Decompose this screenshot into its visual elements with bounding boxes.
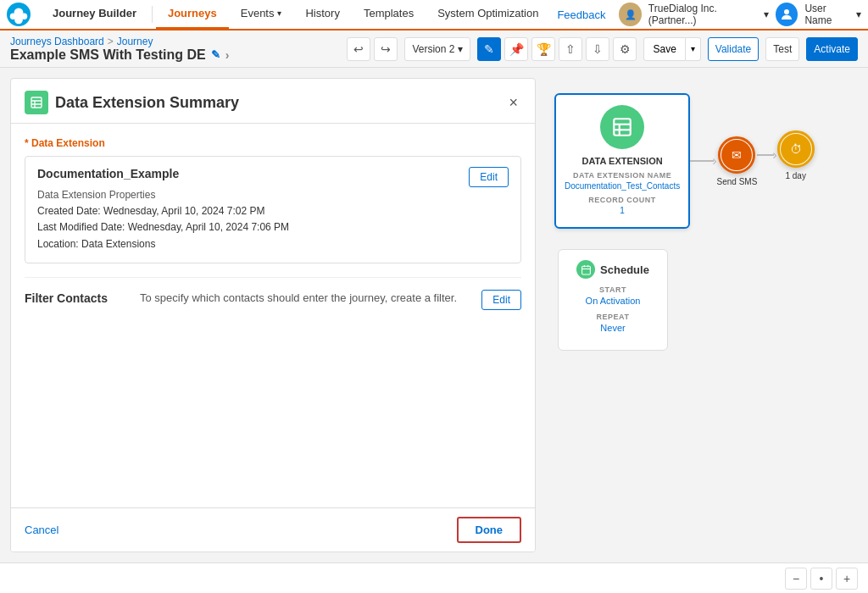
filter-description: To specify which contacts should enter t… (140, 290, 468, 307)
schedule-title: Schedule (576, 260, 649, 279)
edit-title-icon[interactable]: ✎ (211, 48, 220, 61)
breadcrumb: Journeys Dashboard > Journey (10, 36, 222, 47)
de-edit-button[interactable]: Edit (469, 167, 509, 187)
svg-rect-10 (614, 119, 631, 136)
de-name: Documentation_Example (37, 167, 289, 180)
schedule-start-value: On Activation (586, 296, 641, 306)
de-section-label: Data Extension (25, 137, 521, 149)
save-dropdown: Save ▾ (643, 37, 700, 61)
nav-right-section: Feedback 👤 TrueDialog Inc. (Partner...) … (550, 3, 861, 26)
panel-header: Data Extension Summary × (11, 79, 535, 124)
wait-label: 1 day (785, 171, 805, 180)
top-navigation: Journey Builder Journeys Events ▾ Histor… (0, 0, 868, 30)
save-dropdown-toggle[interactable]: ▾ (686, 37, 701, 61)
send-sms-label: Send SMS (717, 177, 758, 186)
svg-rect-6 (31, 97, 42, 108)
pin-button[interactable]: 📌 (504, 37, 528, 61)
schedule-section: Schedule START On Activation REPEAT Neve… (558, 249, 815, 351)
wait-node-group: ⏱ 1 day (777, 130, 815, 180)
validate-button[interactable]: Validate (708, 37, 759, 61)
user-avatar[interactable] (776, 3, 798, 26)
panel-title: Data Extension Summary (25, 91, 239, 114)
breadcrumb-separator: > (108, 36, 114, 47)
chevron-down-icon: ▾ (856, 8, 861, 20)
zoom-fit-button[interactable]: • (810, 568, 832, 590)
feedback-avatar: 👤 (619, 3, 641, 26)
save-button[interactable]: Save (643, 37, 685, 61)
send-sms-node[interactable]: ✉ (718, 136, 755, 174)
journey-toolbar: Journeys Dashboard > Journey Example SMS… (0, 30, 868, 68)
panel-close-button[interactable]: × (505, 94, 521, 112)
journey-canvas: DATA EXTENSION DATA EXTENSION NAME Docum… (546, 68, 868, 563)
de-node-meta-label2: RECORD COUNT (588, 196, 656, 204)
chevron-right-icon: › (225, 48, 230, 62)
data-extension-node[interactable]: DATA EXTENSION DATA EXTENSION NAME Docum… (554, 93, 690, 229)
svg-point-4 (14, 16, 23, 25)
filter-edit-button[interactable]: Edit (481, 290, 521, 310)
data-extension-panel: Data Extension Summary × Data Extension … (10, 78, 536, 552)
user-menu[interactable]: User Name ▾ (804, 3, 861, 26)
zoom-in-button[interactable]: + (836, 568, 858, 590)
journey-title: Example SMS With Testing DE ✎ › (10, 47, 229, 63)
breadcrumb-root[interactable]: Journeys Dashboard (10, 36, 104, 47)
nav-item-events[interactable]: Events ▾ (229, 0, 294, 30)
nav-item-templates[interactable]: Templates (352, 0, 426, 30)
cancel-button[interactable]: Cancel (25, 524, 58, 536)
activate-button[interactable]: Activate (806, 37, 858, 61)
edit-mode-button[interactable]: ✎ (477, 37, 501, 61)
toolbar-tools-group: ✎ 📌 🏆 ⇧ ⇩ ⚙ (477, 37, 637, 61)
nav-item-journeys[interactable]: Journeys (156, 0, 229, 30)
nav-journey-builder[interactable]: Journey Builder (41, 0, 148, 30)
schedule-start-label: START (599, 285, 626, 294)
app-logo[interactable] (7, 3, 31, 26)
send-sms-icon: ✉ (721, 140, 752, 170)
de-node-icon (600, 105, 644, 149)
wait-node[interactable]: ⏱ (777, 130, 815, 168)
trophy-button[interactable]: 🏆 (531, 37, 555, 61)
done-button[interactable]: Done (457, 517, 522, 543)
redo-button[interactable]: ↪ (374, 37, 398, 61)
main-content: Data Extension Summary × Data Extension … (0, 68, 868, 563)
svg-point-5 (784, 9, 789, 14)
filter-edit-section: Edit (481, 290, 521, 310)
zoom-controls: − • + (785, 568, 858, 590)
de-node-meta-label1: DATA EXTENSION NAME (573, 171, 671, 180)
undo-button[interactable]: ↩ (347, 37, 370, 61)
wait-icon: ⏱ (781, 134, 811, 164)
panel-body: Data Extension Documentation_Example Dat… (11, 124, 535, 507)
de-icon (25, 91, 48, 114)
schedule-icon (576, 260, 595, 279)
toolbar-history-group: ↩ ↪ (347, 37, 398, 61)
filter-label: Filter Contacts (25, 290, 126, 305)
company-switcher[interactable]: TrueDialog Inc. (Partner...) ▾ (648, 3, 769, 26)
nav-item-system-optimization[interactable]: System Optimization (426, 0, 550, 30)
de-node-meta-value2: 1 (620, 204, 625, 217)
version-selector[interactable]: Version 2 ▾ (404, 37, 470, 61)
canvas-nodes: DATA EXTENSION DATA EXTENSION NAME Docum… (554, 93, 815, 351)
de-properties: Data Extension Properties Created Date: … (37, 187, 289, 252)
export-button[interactable]: ⇧ (559, 37, 582, 61)
chevron-down-icon: ▾ (458, 43, 463, 55)
test-button[interactable]: Test (765, 37, 799, 61)
de-details: Documentation_Example Data Extension Pro… (37, 167, 289, 252)
schedule-repeat-value: Never (600, 323, 625, 333)
chevron-down-icon: ▾ (764, 8, 769, 20)
breadcrumb-child[interactable]: Journey (117, 36, 153, 47)
panel-footer: Cancel Done (11, 507, 535, 551)
de-node-title: DATA EXTENSION (582, 156, 663, 166)
zoom-out-button[interactable]: − (785, 568, 807, 590)
import-button[interactable]: ⇩ (586, 37, 609, 61)
send-sms-group: ✉ Send SMS (717, 136, 758, 186)
feedback-link[interactable]: Feedback (550, 8, 612, 21)
svg-rect-14 (581, 266, 590, 274)
filter-row: Filter Contacts To specify which contact… (25, 277, 521, 322)
schedule-box[interactable]: Schedule START On Activation REPEAT Neve… (558, 249, 668, 351)
de-node-meta-value1: Documentation_Test_Contacts (565, 180, 680, 192)
chevron-down-icon: ▾ (277, 8, 281, 18)
nav-item-history[interactable]: History (293, 0, 351, 30)
bottom-bar: − • + (0, 563, 868, 593)
settings-button[interactable]: ⚙ (613, 37, 637, 61)
connector-line-1 (690, 160, 714, 162)
connector-line-2 (757, 154, 774, 156)
schedule-repeat-label: REPEAT (597, 313, 630, 321)
